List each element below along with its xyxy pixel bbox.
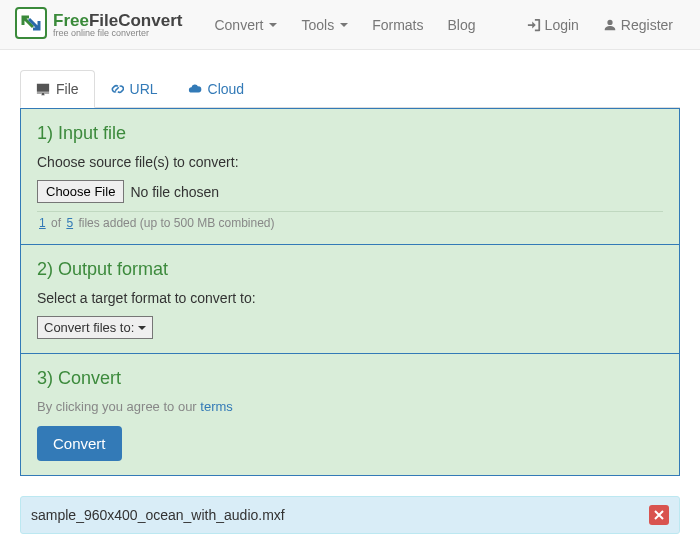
convert-panel: 1) Input file Choose source file(s) to c… bbox=[20, 108, 680, 476]
nav-formats[interactable]: Formats bbox=[360, 17, 435, 33]
user-icon bbox=[603, 18, 617, 32]
close-icon bbox=[654, 510, 664, 520]
terms-link[interactable]: terms bbox=[200, 399, 233, 414]
desktop-icon bbox=[36, 82, 50, 96]
logo-title: FreeFileConvert bbox=[53, 12, 182, 29]
queued-file-name: sample_960x400_ocean_with_audio.mxf bbox=[31, 507, 285, 523]
file-count-hint: 1 of 5 files added (up to 500 MB combine… bbox=[37, 211, 663, 230]
cloud-icon bbox=[188, 82, 202, 96]
step-output: 2) Output format Select a target format … bbox=[21, 245, 679, 354]
chevron-down-icon bbox=[138, 324, 146, 332]
no-file-label: No file chosen bbox=[130, 184, 219, 200]
logo-subtitle: free online file converter bbox=[53, 29, 182, 38]
caret-icon bbox=[340, 23, 348, 27]
step2-text: Select a target format to convert to: bbox=[37, 290, 663, 306]
step-convert: 3) Convert By clicking you agree to our … bbox=[21, 354, 679, 475]
source-tabs: File URL Cloud bbox=[20, 70, 680, 108]
step-input: 1) Input file Choose source file(s) to c… bbox=[21, 109, 679, 245]
step1-text: Choose source file(s) to convert: bbox=[37, 154, 663, 170]
nav-register[interactable]: Register bbox=[591, 17, 685, 33]
logo[interactable]: FreeFileConvert free online file convert… bbox=[15, 7, 182, 42]
remove-file-button[interactable] bbox=[649, 505, 669, 525]
queued-file-bar: sample_960x400_ocean_with_audio.mxf bbox=[20, 496, 680, 534]
step3-title: 3) Convert bbox=[37, 368, 663, 389]
convert-button[interactable]: Convert bbox=[37, 426, 122, 461]
tab-cloud[interactable]: Cloud bbox=[173, 70, 260, 107]
terms-text: By clicking you agree to our terms bbox=[37, 399, 663, 414]
nav-blog[interactable]: Blog bbox=[436, 17, 488, 33]
output-format-select[interactable]: Convert files to: bbox=[37, 316, 153, 339]
choose-file-button[interactable]: Choose File bbox=[37, 180, 124, 203]
step2-title: 2) Output format bbox=[37, 259, 663, 280]
tab-url[interactable]: URL bbox=[95, 70, 173, 107]
step1-title: 1) Input file bbox=[37, 123, 663, 144]
link-icon bbox=[110, 82, 124, 96]
navbar: FreeFileConvert free online file convert… bbox=[0, 0, 700, 50]
nav-convert[interactable]: Convert bbox=[202, 17, 289, 33]
nav-tools[interactable]: Tools bbox=[289, 17, 360, 33]
login-icon bbox=[527, 18, 541, 32]
tab-file[interactable]: File bbox=[20, 70, 95, 108]
logo-icon bbox=[15, 7, 53, 42]
nav-login[interactable]: Login bbox=[515, 17, 591, 33]
caret-icon bbox=[269, 23, 277, 27]
